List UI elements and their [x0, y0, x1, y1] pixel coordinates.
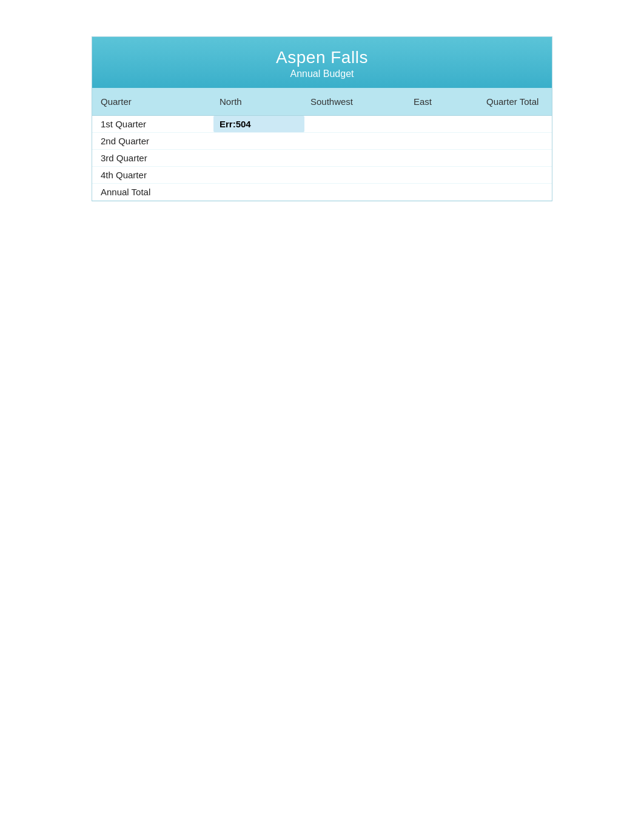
page-container: Aspen Falls Annual Budget Quarter North … [0, 0, 644, 238]
cell-qtotal-annual [480, 184, 583, 200]
col-header-north: North [213, 93, 304, 110]
cell-southwest-3 [304, 150, 408, 166]
cell-east-1 [408, 116, 480, 132]
col-header-quarter: Quarter [92, 93, 213, 110]
table-row: 4th Quarter [92, 167, 552, 184]
header-subtitle: Annual Budget [92, 69, 552, 79]
cell-north-4 [213, 167, 304, 183]
header-title: Aspen Falls [92, 48, 552, 67]
table-row: 2nd Quarter [92, 133, 552, 150]
cell-quarter-3: 3rd Quarter [92, 150, 213, 166]
data-rows: 1st Quarter Err:504 2nd Quarter 3rd Quar… [92, 116, 552, 201]
cell-qtotal-3 [480, 150, 583, 166]
cell-north-annual [213, 184, 304, 200]
cell-quarter-annual: Annual Total [92, 184, 213, 200]
cell-quarter-4: 4th Quarter [92, 167, 213, 183]
cell-east-3 [408, 150, 480, 166]
cell-east-2 [408, 133, 480, 149]
cell-east-annual [408, 184, 480, 200]
col-header-southwest: Southwest [304, 93, 408, 110]
cell-qtotal-4 [480, 167, 583, 183]
col-header-east: East [408, 93, 480, 110]
table-row: 1st Quarter Err:504 [92, 116, 552, 133]
cell-quarter-1: 1st Quarter [92, 116, 213, 132]
cell-qtotal-1 [480, 116, 583, 132]
cell-north-1: Err:504 [213, 116, 304, 132]
cell-east-4 [408, 167, 480, 183]
column-headers: Quarter North Southwest East Quarter Tot… [92, 88, 552, 116]
cell-southwest-1 [304, 116, 408, 132]
cell-southwest-4 [304, 167, 408, 183]
cell-southwest-2 [304, 133, 408, 149]
table-row: Annual Total [92, 184, 552, 201]
cell-north-2 [213, 133, 304, 149]
spreadsheet-container: Aspen Falls Annual Budget Quarter North … [92, 36, 552, 201]
table-row: 3rd Quarter [92, 150, 552, 167]
cell-southwest-annual [304, 184, 408, 200]
header-banner: Aspen Falls Annual Budget [92, 37, 552, 88]
cell-quarter-2: 2nd Quarter [92, 133, 213, 149]
cell-north-3 [213, 150, 304, 166]
col-header-quarter-total: Quarter Total [480, 93, 583, 110]
cell-qtotal-2 [480, 133, 583, 149]
